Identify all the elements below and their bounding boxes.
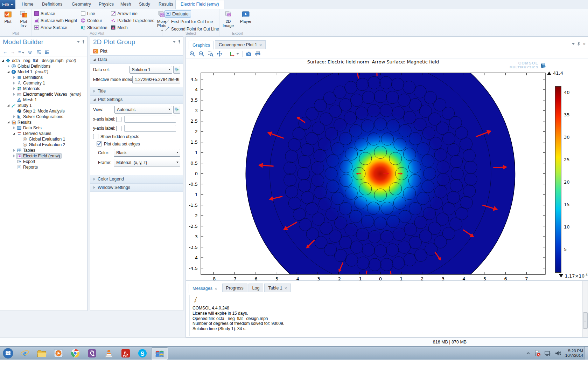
caret-collapsed-icon[interactable] <box>13 76 15 79</box>
view-orientation-button[interactable] <box>229 51 239 57</box>
caret-collapsed-icon[interactable] <box>8 65 9 68</box>
back-arrow-icon[interactable]: ← <box>3 49 7 55</box>
edge-color-combo[interactable]: Black <box>114 149 180 157</box>
section-title[interactable]: Title <box>90 87 183 95</box>
tree-item-tables[interactable]: Tables <box>0 148 87 153</box>
section-data[interactable]: Data <box>90 55 183 64</box>
show-hidden-icons-button[interactable] <box>526 352 530 355</box>
collapse-all-icon[interactable] <box>36 50 41 54</box>
tree-item-mesh-1[interactable]: Mesh 1 <box>0 97 87 103</box>
y-axis-label-checkbox[interactable] <box>116 126 121 131</box>
first-point-cut-line-button[interactable]: First Point for Cut Line <box>164 18 219 25</box>
close-icon[interactable]: × <box>259 43 262 47</box>
tree-item-results[interactable]: Results <box>0 120 87 125</box>
tab-log[interactable]: Log <box>248 284 264 292</box>
plot-in-button[interactable]: Plot In <box>16 9 31 28</box>
mesh-plot-button[interactable]: Mesh <box>111 24 154 31</box>
tab-electric-field[interactable]: Electric Field (emw) <box>175 0 224 9</box>
caret-collapsed-icon[interactable] <box>13 82 15 84</box>
caret-collapsed-icon[interactable] <box>13 127 15 129</box>
show-desktop-button[interactable] <box>584 347 588 360</box>
tab-geometry[interactable]: Geometry <box>67 0 96 9</box>
pin-icon[interactable] <box>82 40 85 44</box>
contour-button[interactable]: Contour <box>80 17 107 24</box>
section-color-legend[interactable]: Color Legend <box>90 175 183 183</box>
tree-item-electric-field[interactable]: Electric Field (emw) <box>0 153 87 159</box>
caret-expanded-icon[interactable] <box>7 71 9 73</box>
tree-item-step-1-mode-analysis[interactable]: Step 1: Mode Analysis <box>0 108 87 114</box>
pin-icon[interactable] <box>178 40 181 44</box>
2d-image-button[interactable]: 2D 2D Image <box>219 9 237 28</box>
tab-messages[interactable]: Messages× <box>189 284 221 293</box>
file-menu-button[interactable]: File <box>0 0 15 9</box>
streamline-button[interactable]: Streamline <box>80 24 107 31</box>
taskbar-skype-button[interactable]: S <box>134 347 150 359</box>
y-axis-label-input[interactable] <box>124 125 176 132</box>
show-eye-icon[interactable] <box>28 50 33 54</box>
tree-item-definitions[interactable]: Definitions <box>0 75 87 80</box>
tree-item-model-1[interactable]: Model 1 (mod1) <box>0 69 87 75</box>
player-button[interactable]: Player <box>237 9 254 23</box>
network-icon[interactable] <box>544 350 551 356</box>
edge-frame-combo[interactable]: Material (x, y, z) <box>114 159 180 166</box>
start-button[interactable] <box>1 347 15 359</box>
taskbar-explorer-button[interactable] <box>34 347 50 359</box>
effective-mode-index-combo[interactable]: 1.272992+5.279429e-9i <box>132 76 180 83</box>
particle-trajectories-button[interactable]: Particle Trajectories <box>111 17 154 24</box>
view-menu-icon[interactable]: ≡ <box>18 49 24 55</box>
data-set-combo[interactable]: Solution 1 <box>130 66 172 74</box>
section-window-settings[interactable]: Window Settings <box>90 183 183 192</box>
taskbar-vlc-button[interactable] <box>101 347 117 359</box>
caret-expanded-icon[interactable] <box>2 60 4 62</box>
forward-arrow-icon[interactable]: → <box>10 49 15 55</box>
tree-item-derived-values[interactable]: Derived Values <box>0 131 87 136</box>
caret-collapsed-icon[interactable] <box>13 155 15 157</box>
tab-progress[interactable]: Progress <box>222 284 247 292</box>
x-axis-label-checkbox[interactable] <box>116 117 121 122</box>
caret-expanded-icon[interactable] <box>7 104 9 107</box>
zoom-in-icon[interactable] <box>189 51 195 57</box>
volume-icon[interactable] <box>555 350 562 356</box>
surface-plot[interactable]: -8-7-6-5-4-3-2-1012345674.543.532.521.51… <box>201 73 545 274</box>
tab-graphics[interactable]: Graphics <box>189 41 214 49</box>
tree-item-global-definitions[interactable]: Global Definitions <box>0 63 87 69</box>
tab-convergence-plot[interactable]: Convergence Plot 1× <box>215 40 266 49</box>
close-icon[interactable]: × <box>215 286 217 291</box>
arrow-line-button[interactable]: Arrow Line <box>111 10 154 17</box>
tab-results[interactable]: Results <box>154 0 178 9</box>
show-hidden-objects-checkbox[interactable] <box>93 134 98 139</box>
scrollbar-thumb[interactable] <box>583 312 588 329</box>
zoom-out-icon[interactable] <box>198 51 204 57</box>
tree-item-solver-configurations[interactable]: Solver Configurations <box>0 114 87 120</box>
section-plot-settings[interactable]: Plot Settings <box>90 95 183 104</box>
arrow-surface-button[interactable]: Arrow Surface <box>34 24 77 31</box>
close-icon[interactable]: × <box>583 42 586 46</box>
tab-table-1[interactable]: Table 1× <box>264 284 291 292</box>
taskbar-chrome-button[interactable] <box>67 347 83 359</box>
action-center-flag-icon[interactable] <box>534 350 541 357</box>
chevron-down-icon[interactable] <box>173 41 176 43</box>
zoom-extents-icon[interactable] <box>217 51 223 57</box>
plot-data-set-edges-checkbox[interactable] <box>97 141 102 146</box>
line-button[interactable]: Line <box>80 10 107 17</box>
tab-home[interactable]: Home <box>17 0 38 9</box>
caret-collapsed-icon[interactable] <box>13 115 15 118</box>
caret-collapsed-icon[interactable] <box>13 149 15 152</box>
taskbar-clock[interactable]: 5:23 PM 10/7/2014 <box>565 349 583 358</box>
tab-study[interactable]: Study <box>134 0 155 9</box>
surface-with-height-button[interactable]: Surface with Height <box>34 17 77 24</box>
taskbar-viber-button[interactable] <box>84 347 100 359</box>
tree-item-data-sets[interactable]: Data Sets <box>0 125 87 131</box>
tree-item-geometry-1[interactable]: Geometry 1 <box>0 80 87 86</box>
taskbar-active-app-button[interactable] <box>151 347 168 360</box>
surface-button[interactable]: Surface <box>34 10 77 17</box>
tab-definitions[interactable]: Definitions <box>37 0 67 9</box>
caret-expanded-icon[interactable] <box>7 121 9 123</box>
chevron-down-icon[interactable] <box>572 43 575 45</box>
taskbar-ie-button[interactable]: e <box>17 347 33 359</box>
tree-item-reports[interactable]: Reports <box>0 164 87 170</box>
caret-collapsed-icon[interactable] <box>13 87 15 90</box>
tree-item-export[interactable]: Export <box>0 159 87 164</box>
close-icon[interactable]: × <box>285 286 287 291</box>
pin-icon[interactable] <box>577 42 580 46</box>
